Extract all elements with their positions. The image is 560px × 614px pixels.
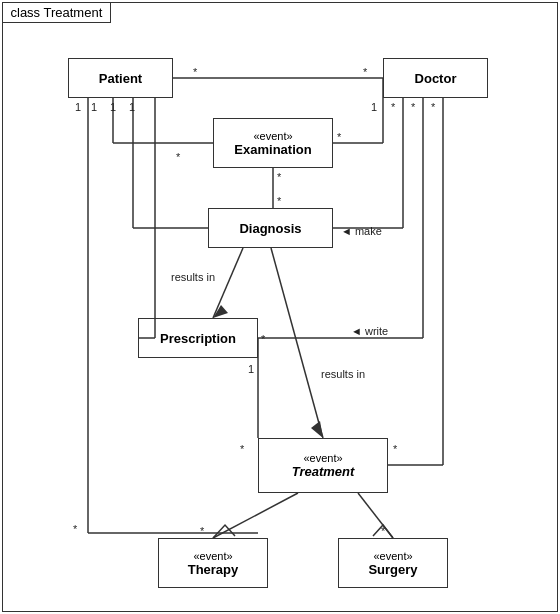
star-exam-patient: * — [176, 151, 180, 163]
therapy-box: «event» Therapy — [158, 538, 268, 588]
label-1a: 1 — [75, 101, 81, 113]
svg-marker-19 — [213, 305, 228, 318]
treatment-label: Treatment — [292, 464, 355, 479]
treatment-stereotype: «event» — [303, 452, 342, 464]
svg-marker-21 — [311, 421, 323, 438]
make-label: ◄ make — [341, 225, 382, 237]
label-d4: * — [431, 101, 435, 113]
star-therapy-top: * — [200, 525, 204, 537]
star-doctor-left: * — [363, 66, 367, 78]
star-diag-top: * — [277, 195, 281, 207]
examination-stereotype: «event» — [253, 130, 292, 142]
surgery-box: «event» Surgery — [338, 538, 448, 588]
results-in-label2: results in — [321, 368, 365, 380]
svg-line-20 — [271, 248, 323, 438]
diagnosis-box: Diagnosis — [208, 208, 333, 248]
star-presc-right: * — [261, 333, 265, 345]
star-patient-right: * — [193, 66, 197, 78]
label-1d: 1 — [129, 101, 135, 113]
prescription-label: Prescription — [160, 331, 236, 346]
therapy-label: Therapy — [188, 562, 239, 577]
star-treatment-left: * — [240, 443, 244, 455]
label-d3: * — [411, 101, 415, 113]
doctor-box: Doctor — [383, 58, 488, 98]
star-treatment-right: * — [393, 443, 397, 455]
doctor-label: Doctor — [415, 71, 457, 86]
surgery-stereotype: «event» — [373, 550, 412, 562]
diagram-title: class Treatment — [2, 2, 112, 23]
star-surgery-top: * — [381, 525, 385, 537]
star-exam-bottom: * — [277, 171, 281, 183]
treatment-box: «event» Treatment — [258, 438, 388, 493]
patient-label: Patient — [99, 71, 142, 86]
star-exam-right: * — [337, 131, 341, 143]
label-d1: 1 — [371, 101, 377, 113]
star-patient-bottom: * — [73, 523, 77, 535]
write-label: ◄ write — [351, 325, 388, 337]
label-1b: 1 — [91, 101, 97, 113]
prescription-box: Prescription — [138, 318, 258, 358]
surgery-label: Surgery — [368, 562, 417, 577]
examination-box: «event» Examination — [213, 118, 333, 168]
therapy-stereotype: «event» — [193, 550, 232, 562]
patient-box: Patient — [68, 58, 173, 98]
diagram-frame: class Treatment Patient Doctor «event» E… — [2, 2, 558, 612]
one-presc-bottom: 1 — [248, 363, 254, 375]
label-d2: * — [391, 101, 395, 113]
svg-line-24 — [358, 493, 393, 538]
label-1c: 1 — [110, 101, 116, 113]
examination-label: Examination — [234, 142, 311, 157]
diagnosis-label: Diagnosis — [239, 221, 301, 236]
svg-line-18 — [213, 248, 243, 318]
svg-line-23 — [213, 493, 298, 538]
results-in-label1: results in — [171, 271, 215, 283]
